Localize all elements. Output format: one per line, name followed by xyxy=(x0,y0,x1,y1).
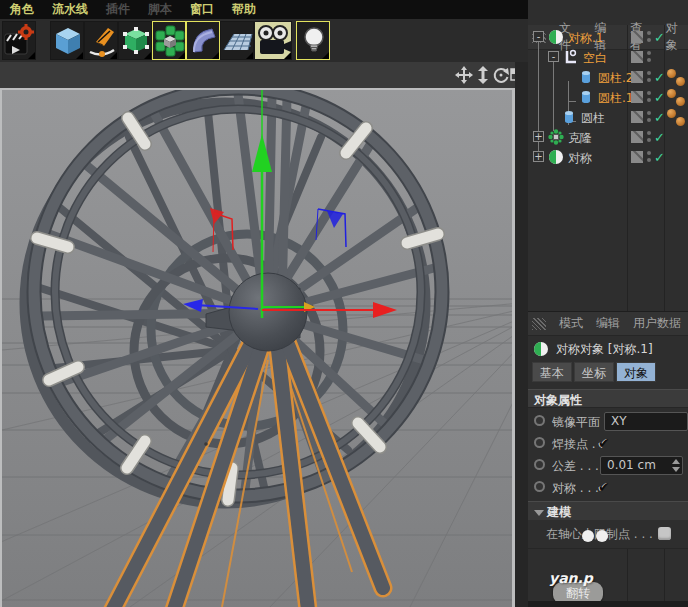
bend-deformer-icon[interactable] xyxy=(186,21,220,60)
visibility-dot-top[interactable] xyxy=(647,71,651,75)
object-label[interactable]: 圆柱 xyxy=(581,110,605,127)
pan-view-icon[interactable] xyxy=(455,66,473,84)
object-label[interactable]: 克隆 xyxy=(568,130,592,147)
menu-window[interactable]: 窗口 xyxy=(190,1,214,18)
cylinder-object-icon xyxy=(578,69,594,85)
enabled-check-icon[interactable]: ✓ xyxy=(654,70,665,85)
visibility-dot-bottom[interactable] xyxy=(647,158,651,162)
restrict-points-checkbox[interactable] xyxy=(658,527,671,540)
tree-row-null[interactable]: - 空白 xyxy=(528,47,688,67)
object-label[interactable]: 圆柱.1 xyxy=(598,90,633,107)
object-label[interactable]: 对称.1 xyxy=(568,30,603,47)
am-object-title: 对称对象 [对称.1] xyxy=(556,341,653,358)
material-tag-icon[interactable] xyxy=(667,89,676,98)
layer-toggle[interactable] xyxy=(631,151,643,163)
visibility-dot-top[interactable] xyxy=(647,151,651,155)
floor-environment-icon[interactable] xyxy=(220,21,254,60)
render-settings-icon[interactable] xyxy=(2,21,36,60)
menu-script[interactable]: 脚本 xyxy=(148,1,172,18)
tree-row-cylinder2[interactable]: 圆柱.2 ✓ xyxy=(528,67,688,87)
visibility-dot-top[interactable] xyxy=(647,31,651,35)
material-tag-icon[interactable] xyxy=(676,77,685,86)
enabled-check-icon[interactable]: ✓ xyxy=(654,130,665,145)
layer-toggle[interactable] xyxy=(631,71,643,83)
collapse-icon[interactable]: - xyxy=(548,51,559,62)
attribute-manager-menubar: 模式 编辑 用户数据 xyxy=(528,311,688,336)
light-icon[interactable] xyxy=(296,21,330,60)
keyframe-circle-icon[interactable] xyxy=(534,481,545,492)
layer-toggle[interactable] xyxy=(631,111,643,123)
modeling-section-header[interactable]: 建模 xyxy=(528,501,688,520)
tree-row-symmetry1[interactable]: - 对称.1 ✓ xyxy=(528,27,688,47)
cinema4d-window: 角色 流水线 插件 脚本 窗口 帮助 xyxy=(0,0,688,607)
visibility-dot-top[interactable] xyxy=(647,131,651,135)
3d-viewport[interactable] xyxy=(0,88,515,607)
tab-coordinates[interactable]: 坐标 xyxy=(574,362,614,382)
symmetry-object-icon xyxy=(548,29,564,45)
am-menu-userdata[interactable]: 用户数据 xyxy=(633,315,681,332)
layer-toggle[interactable] xyxy=(631,31,643,43)
viewport-panel-splitter[interactable] xyxy=(515,62,528,607)
weld-points-checkmark[interactable]: ✔ xyxy=(598,435,610,451)
keyframe-circle-icon[interactable] xyxy=(534,459,545,470)
visibility-dot-bottom[interactable] xyxy=(647,98,651,102)
object-label[interactable]: 圆柱.2 xyxy=(598,70,633,87)
tree-row-cylinder[interactable]: 圆柱 ✓ xyxy=(528,107,688,127)
am-object-title-row: 对称对象 [对称.1] xyxy=(528,337,688,361)
layer-toggle[interactable] xyxy=(631,51,643,63)
viewport-title-bar[interactable] xyxy=(0,62,515,88)
material-tag-icon[interactable] xyxy=(667,109,676,118)
menu-character[interactable]: 角色 xyxy=(10,1,34,18)
cloner-object-icon xyxy=(548,129,564,145)
tab-object[interactable]: 对象 xyxy=(616,362,656,382)
menu-help[interactable]: 帮助 xyxy=(232,1,256,18)
tree-row-cylinder1[interactable]: 圆柱.1 ✓ xyxy=(528,87,688,107)
layer-toggle[interactable] xyxy=(631,91,643,103)
material-tag-icon[interactable] xyxy=(676,117,685,126)
symmetry-row: 对称 . . . ✔ xyxy=(528,477,688,499)
rotate-view-icon[interactable] xyxy=(492,66,510,84)
visibility-dot-top[interactable] xyxy=(647,91,651,95)
zoom-view-icon[interactable] xyxy=(474,66,492,84)
am-menu-edit[interactable]: 编辑 xyxy=(596,315,620,332)
array-generator-icon[interactable] xyxy=(152,21,186,60)
keyframe-circle-icon[interactable] xyxy=(534,415,545,426)
am-menu-mode[interactable]: 模式 xyxy=(559,315,583,332)
menu-pipeline[interactable]: 流水线 xyxy=(52,1,88,18)
tab-basic[interactable]: 基本 xyxy=(532,362,572,382)
make-editable-cube-icon[interactable] xyxy=(118,21,152,60)
object-properties-section-header[interactable]: 对象属性 xyxy=(528,389,688,408)
add-primitive-cube-icon[interactable] xyxy=(50,21,84,60)
visibility-dot-bottom[interactable] xyxy=(647,58,651,62)
tree-row-cloner[interactable]: + 克隆 ✓ xyxy=(528,127,688,147)
enabled-check-icon[interactable]: ✓ xyxy=(654,150,665,165)
material-tag-icon[interactable] xyxy=(667,69,676,78)
visibility-dot-top[interactable] xyxy=(647,51,651,55)
object-label[interactable]: 空白 xyxy=(583,50,607,67)
enabled-check-icon[interactable]: ✓ xyxy=(654,110,665,125)
tolerance-label: 公差 . . . xyxy=(552,458,599,475)
object-label[interactable]: 对称 xyxy=(568,150,592,167)
symmetry-checkmark[interactable]: ✔ xyxy=(598,479,610,495)
menu-plugins[interactable]: 插件 xyxy=(106,1,130,18)
enabled-check-icon[interactable]: ✓ xyxy=(654,90,665,105)
visibility-dot-bottom[interactable] xyxy=(647,138,651,142)
keyframe-circle-icon[interactable] xyxy=(534,437,545,448)
collapse-icon[interactable]: - xyxy=(533,31,544,42)
visibility-dot-bottom[interactable] xyxy=(647,78,651,82)
enabled-check-icon[interactable]: ✓ xyxy=(654,30,665,45)
spline-pen-icon[interactable] xyxy=(84,21,118,60)
visibility-dot-top[interactable] xyxy=(647,111,651,115)
tolerance-spinner[interactable] xyxy=(672,459,680,472)
camera-icon[interactable] xyxy=(254,21,292,60)
visibility-dot-bottom[interactable] xyxy=(647,38,651,42)
tree-row-symmetry[interactable]: + 对称 ✓ xyxy=(528,147,688,167)
expand-icon[interactable]: + xyxy=(533,151,544,162)
material-tag-icon[interactable] xyxy=(676,97,685,106)
expand-icon[interactable]: + xyxy=(533,131,544,142)
mirror-plane-dropdown[interactable]: XY xyxy=(604,412,688,431)
visibility-dot-bottom[interactable] xyxy=(647,118,651,122)
tolerance-input[interactable]: 0.01 cm xyxy=(600,456,683,475)
panel-grip-icon[interactable] xyxy=(532,318,546,330)
layer-toggle[interactable] xyxy=(631,131,643,143)
